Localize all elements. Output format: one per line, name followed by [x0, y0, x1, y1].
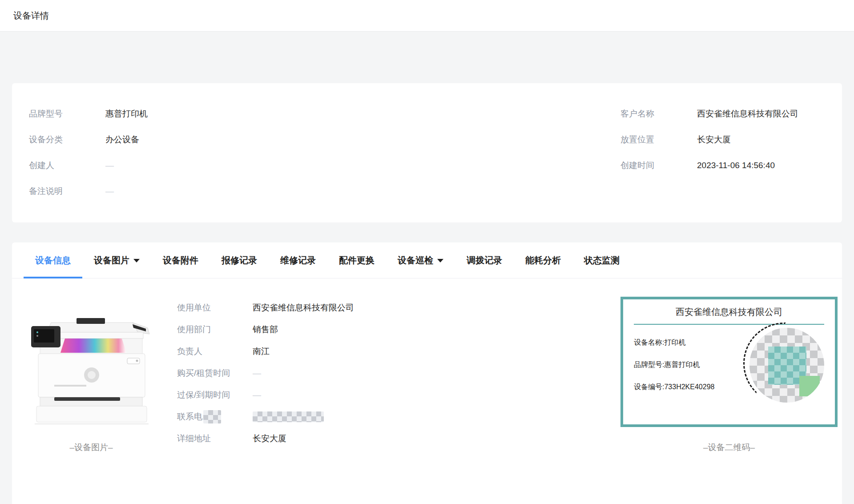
field-value: 惠普打印机 [105, 108, 148, 120]
field-value: 销售部 [253, 324, 278, 335]
info-row-customer: 客户名称 西安雀维信息科技有限公司 [620, 101, 798, 127]
tab-label: 配件更换 [339, 254, 375, 266]
tab-label: 设备附件 [163, 254, 198, 266]
tab-label: 设备信息 [35, 254, 71, 266]
tab-device-attachments[interactable]: 设备附件 [151, 242, 210, 278]
tab-device-info[interactable]: 设备信息 [24, 242, 82, 278]
tab-energy-analysis[interactable]: 能耗分析 [514, 242, 572, 278]
tab-label: 状态监测 [584, 254, 620, 266]
info-row-created-time: 创建时间 2023-11-06 14:56:40 [620, 153, 798, 178]
detail-row-warranty-expiry: 过保/到期时间 — [177, 384, 354, 406]
top-bar: 设备详情 [0, 0, 854, 32]
info-row-location: 放置位置 长安大厦 [620, 127, 798, 153]
pixelated-mask [203, 410, 221, 423]
field-value: — [105, 186, 114, 196]
tab-transfer-records[interactable]: 调拨记录 [455, 242, 514, 278]
field-label-text: 联系电 [177, 411, 202, 423]
tab-label: 维修记录 [280, 254, 316, 266]
detail-row-person-in-charge: 负责人 南江 [177, 340, 354, 362]
device-photo[interactable] [27, 309, 156, 427]
info-row-category: 设备分类 办公设备 [29, 127, 148, 153]
detail-row-purchase-time: 购买/租赁时间 — [177, 362, 354, 384]
field-label: 品牌型号 [29, 108, 105, 120]
field-value: — [105, 161, 114, 170]
field-label: 放置位置 [620, 134, 697, 145]
qr-code-green-patch [799, 376, 820, 396]
qr-code-pixelated [749, 328, 824, 403]
field-value: — [253, 368, 261, 378]
field-label: 创建时间 [620, 160, 697, 171]
page-title: 设备详情 [13, 10, 49, 22]
field-label: 备注说明 [29, 185, 105, 197]
field-value: 长安大厦 [697, 134, 731, 145]
tab-device-images[interactable]: 设备图片 [82, 242, 151, 278]
qr-device-number: 设备编号:733H2KE40298 [634, 383, 714, 392]
field-value: 南江 [253, 346, 270, 357]
chevron-down-icon [437, 259, 443, 262]
device-info-card: 品牌型号 惠普打印机 设备分类 办公设备 创建人 — 备注说明 — 客户名称 西… [12, 83, 842, 222]
qr-device-name: 设备名称:打印机 [634, 338, 685, 347]
detail-row-using-unit: 使用单位 西安雀维信息科技有限公司 [177, 297, 354, 319]
tab-label: 报修记录 [222, 254, 257, 266]
device-image-caption: –设备图片– [27, 442, 156, 453]
pixelated-phone-value [253, 411, 324, 422]
tab-label: 设备巡检 [398, 254, 433, 266]
detail-row-contact-phone: 联系电 [177, 406, 354, 427]
field-label: 设备分类 [29, 134, 105, 145]
device-detail-list: 使用单位 西安雀维信息科技有限公司 使用部门 销售部 负责人 南江 购买/租赁时… [177, 297, 354, 449]
printer-image [27, 309, 156, 427]
field-label: 负责人 [177, 346, 253, 357]
device-qr-caption: –设备二维码– [620, 442, 838, 453]
tab-label: 设备图片 [94, 254, 129, 266]
field-value: 2023-11-06 14:56:40 [697, 161, 775, 170]
field-label: 过保/到期时间 [177, 389, 253, 401]
detail-row-department: 使用部门 销售部 [177, 319, 354, 340]
tab-bar: 设备信息 设备图片 设备附件 报修记录 维修记录 配件更换 设备巡检 调拨记录 … [12, 242, 842, 278]
tab-status-monitoring[interactable]: 状态监测 [572, 242, 631, 278]
field-label: 详细地址 [177, 433, 253, 444]
info-row-brand-model: 品牌型号 惠普打印机 [29, 101, 148, 127]
tab-device-inspection[interactable]: 设备巡检 [386, 242, 455, 278]
info-row-remarks: 备注说明 — [29, 178, 148, 204]
field-label: 创建人 [29, 160, 105, 171]
field-label: 使用部门 [177, 324, 253, 335]
field-value: — [253, 390, 261, 400]
field-value: 办公设备 [105, 134, 139, 145]
field-label: 客户名称 [620, 108, 697, 120]
qr-brand-model: 品牌型号:惠普打印机 [634, 360, 700, 370]
info-left-column: 品牌型号 惠普打印机 设备分类 办公设备 创建人 — 备注说明 — [29, 101, 148, 204]
device-qr-card: 西安雀维信息科技有限公司 设备名称:打印机 品牌型号:惠普打印机 设备编号:73… [620, 297, 838, 427]
field-value: 长安大厦 [253, 433, 286, 444]
qr-card-title: 西安雀维信息科技有限公司 [623, 306, 835, 318]
field-label: 购买/租赁时间 [177, 367, 253, 379]
field-value: 西安雀维信息科技有限公司 [253, 302, 354, 314]
field-label: 使用单位 [177, 302, 253, 314]
device-header: 打印机 设备编号 733H2KE40298 状态 运行正常 过保提醒 已关闭 [0, 32, 854, 83]
tab-maintenance-records[interactable]: 维修记录 [269, 242, 327, 278]
field-value: 西安雀维信息科技有限公司 [697, 108, 798, 120]
qr-card-divider [634, 324, 824, 325]
info-right-column: 客户名称 西安雀维信息科技有限公司 放置位置 长安大厦 创建时间 2023-11… [620, 101, 798, 178]
tab-repair-requests[interactable]: 报修记录 [210, 242, 269, 278]
detail-row-address: 详细地址 长安大厦 [177, 427, 354, 449]
tab-parts-replacement[interactable]: 配件更换 [327, 242, 386, 278]
info-row-creator: 创建人 — [29, 153, 148, 178]
tab-label: 能耗分析 [525, 254, 561, 266]
field-label: 联系电 [177, 410, 253, 423]
device-tabs-card: 设备信息 设备图片 设备附件 报修记录 维修记录 配件更换 设备巡检 调拨记录 … [12, 242, 842, 504]
field-value [253, 411, 324, 422]
chevron-down-icon [133, 259, 140, 262]
tab-label: 调拨记录 [467, 254, 502, 266]
